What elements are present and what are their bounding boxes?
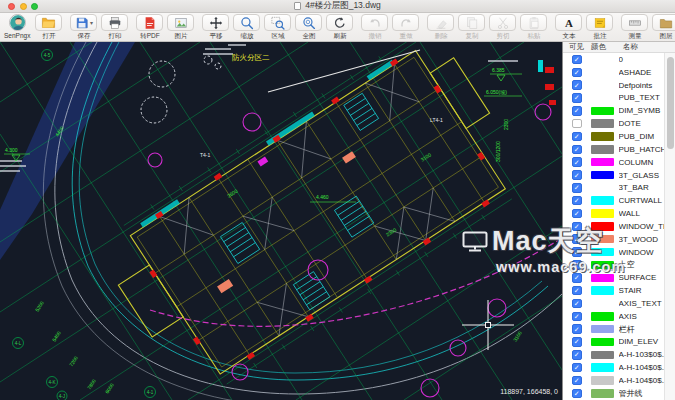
layer-color-swatch [591,81,614,90]
layer-row[interactable]: 3T_WOOD [563,233,675,246]
layer-visibility-checkbox[interactable] [572,234,582,244]
layer-visibility-checkbox[interactable] [572,312,582,322]
layer-row[interactable]: COLUMN [563,156,675,169]
annotate-button[interactable]: 批注 [585,14,614,41]
open-button[interactable]: 打开 [34,14,63,41]
layer-color-swatch [591,94,614,103]
layer-visibility-checkbox[interactable] [572,389,582,399]
layer-visibility-checkbox[interactable] [572,222,582,232]
layer-name: 3T_WOOD [619,235,671,244]
print-button[interactable]: 打印 [100,14,129,41]
layer-scrollbar[interactable] [664,53,675,400]
layer-row[interactable]: 栏杆 [563,323,675,336]
layer-row[interactable]: Defpoints [563,79,675,92]
user-avatar-button[interactable]: SenPngx [4,14,30,39]
layer-visibility-checkbox[interactable] [572,68,582,78]
layer-name: PUB_HATCH [619,145,671,154]
layer-visibility-checkbox[interactable] [572,80,582,90]
layer-visibility-checkbox[interactable] [572,145,582,155]
layer-name: WALL [619,209,671,218]
region-button[interactable]: 区域 [263,14,292,41]
layer-visibility-checkbox[interactable] [572,106,582,116]
copy-icon [465,16,479,30]
folder-open-icon [41,15,56,30]
svg-text:4-L: 4-L [15,341,22,346]
zoom-window-button[interactable] [31,3,38,10]
layer-visibility-checkbox[interactable] [572,157,582,167]
layer-visibility-checkbox[interactable] [572,286,582,296]
to-pdf-button[interactable]: 转PDF [135,14,164,41]
layer-row[interactable]: PUB_DIM [563,130,675,143]
close-button[interactable] [8,3,15,10]
layer-row[interactable]: 管井线 [563,387,675,400]
layer-visibility-checkbox[interactable] [572,273,582,283]
layer-row[interactable]: 上空 [563,259,675,272]
printer-icon [108,16,122,30]
layer-visibility-checkbox[interactable] [572,209,582,219]
layer-row[interactable]: 0 [563,53,675,66]
layer-row[interactable]: 3T_GLASS [563,169,675,182]
layers-button[interactable]: 图层 [651,14,675,41]
layer-row[interactable]: ASHADE [563,66,675,79]
redo-button[interactable]: 重做 [391,14,420,41]
image-button[interactable]: 图片 [166,14,195,41]
layer-row[interactable]: WINDOW [563,246,675,259]
layer-row[interactable]: A-H-104$0$... [563,361,675,374]
save-button[interactable]: ▾ 保存 [69,14,98,41]
layer-color-swatch [591,351,614,360]
cad-canvas[interactable]: 2600 2300 3100 [0,42,562,400]
refresh-button[interactable]: 刷新 [325,14,354,41]
measure-button[interactable]: 测量 [620,14,649,41]
layer-row[interactable]: CURTWALL [563,194,675,207]
fit-view-button[interactable]: 全图 [294,14,323,41]
layer-color-swatch [591,248,614,257]
layer-visibility-checkbox[interactable] [572,337,582,347]
scrollbar-thumb[interactable] [667,57,674,149]
layer-visibility-checkbox[interactable] [572,363,582,373]
layer-name: CURTWALL [619,196,671,205]
layer-row[interactable]: AXIS [563,310,675,323]
copy-button[interactable]: 复制 [457,14,486,41]
layer-visibility-checkbox[interactable] [572,324,582,334]
layer-visibility-checkbox[interactable] [572,93,582,103]
minimize-button[interactable] [20,3,27,10]
layer-visibility-checkbox[interactable] [572,170,582,180]
layer-color-swatch [591,286,614,295]
paste-button[interactable]: 粘贴 [519,14,548,41]
layer-name: 栏杆 [619,324,671,335]
note-icon [593,16,607,30]
layer-visibility-checkbox[interactable] [572,183,582,193]
layer-row[interactable]: PUB_HATCH [563,143,675,156]
delete-button[interactable]: 删除 [426,14,455,41]
layer-visibility-checkbox[interactable] [572,119,582,129]
layer-row[interactable]: STAIR [563,284,675,297]
layer-row[interactable]: DIM_ELEV [563,336,675,349]
layer-visibility-checkbox[interactable] [572,260,582,270]
layer-row[interactable]: WINDOW_TE... [563,220,675,233]
layer-row[interactable]: PUB_TEXT [563,92,675,105]
pan-button[interactable]: 平移 [201,14,230,41]
layer-list: 0 ASHADE Defpoints PUB_TEXT DIM_SYMB DOT… [563,53,675,400]
layer-row[interactable]: WALL [563,207,675,220]
layer-color-swatch [591,68,614,77]
text-button[interactable]: A 文本 [554,14,583,41]
layer-visibility-checkbox[interactable] [572,247,582,257]
layer-visibility-checkbox[interactable] [572,132,582,142]
layer-visibility-checkbox[interactable] [572,299,582,309]
layer-visibility-checkbox[interactable] [572,350,582,360]
undo-button[interactable]: 撤销 [360,14,389,41]
layer-row[interactable]: A-H-104$0$... [563,374,675,387]
layer-row[interactable]: 3T_BAR [563,181,675,194]
layer-row[interactable]: A-H-103$0$... [563,348,675,361]
layer-row[interactable]: AXIS_TEXT [563,297,675,310]
save-dropdown-caret[interactable]: ▾ [90,19,93,26]
layer-row[interactable]: DOTE [563,117,675,130]
layer-visibility-checkbox[interactable] [572,196,582,206]
layer-row[interactable]: SURFACE [563,271,675,284]
layer-visibility-checkbox[interactable] [572,376,582,386]
scissors-icon [496,16,510,30]
layer-visibility-checkbox[interactable] [572,55,582,65]
layer-row[interactable]: DIM_SYMB [563,104,675,117]
zoom-button[interactable]: 缩放 [232,14,261,41]
cut-button[interactable]: 剪切 [488,14,517,41]
